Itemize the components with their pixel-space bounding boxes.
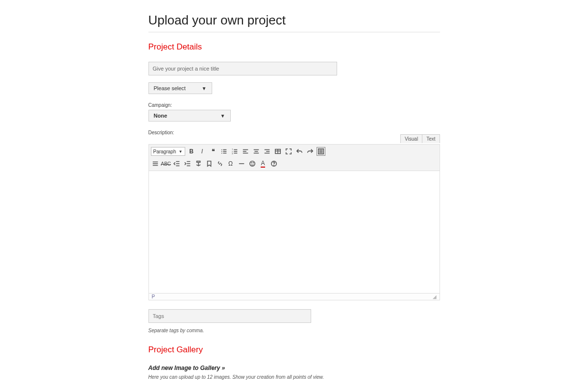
tags-input[interactable]	[148, 309, 311, 323]
svg-point-44	[273, 165, 274, 166]
project-title-input[interactable]	[148, 62, 337, 75]
anchor-icon[interactable]	[194, 159, 203, 168]
bulleted-list-icon[interactable]	[220, 147, 228, 156]
outdent-icon[interactable]	[172, 159, 181, 168]
caret-down-icon: ▼	[179, 149, 183, 154]
editor-toolbar: Paragraph ▼ B I ❝ 123 ABC	[148, 144, 440, 171]
align-left-icon[interactable]	[241, 147, 250, 156]
section-gallery-heading: Project Gallery	[148, 345, 440, 355]
section-project-details-heading: Project Details	[148, 42, 440, 52]
redo-icon[interactable]	[306, 147, 315, 156]
svg-text:3: 3	[231, 152, 233, 155]
text-color-icon[interactable]: A	[259, 159, 268, 168]
justify-icon[interactable]	[151, 159, 160, 168]
svg-point-0	[221, 149, 222, 150]
svg-point-2	[221, 151, 222, 152]
bold-icon[interactable]: B	[187, 147, 196, 156]
editor-content-area[interactable]	[148, 171, 440, 294]
gallery-hint: Here you can upload up to 12 images. Sho…	[148, 374, 440, 380]
add-image-link[interactable]: Add new Image to Gallery »	[148, 365, 440, 371]
strikethrough-icon[interactable]: ABC	[162, 159, 171, 168]
undo-icon[interactable]	[295, 147, 304, 156]
caret-down-icon: ▼	[202, 86, 207, 91]
emoji-icon[interactable]	[248, 159, 257, 168]
svg-rect-37	[196, 161, 200, 163]
rich-text-editor: Visual Text Paragraph ▼ B I ❝ 123	[148, 144, 440, 300]
tags-hint: Separate tags by comma.	[148, 328, 440, 333]
category-select-value: Please select	[154, 85, 186, 91]
table-icon[interactable]	[273, 147, 282, 156]
italic-icon[interactable]: I	[198, 147, 207, 156]
help-icon[interactable]	[270, 159, 278, 168]
resize-handle-icon[interactable]: ◢	[433, 294, 437, 300]
format-select[interactable]: Paragraph ▼	[151, 147, 185, 156]
description-label: Description:	[148, 130, 440, 135]
unlink-icon[interactable]	[216, 159, 224, 168]
bookmark-icon[interactable]	[205, 159, 214, 168]
editor-tab-visual[interactable]: Visual	[400, 134, 422, 143]
editor-tab-text[interactable]: Text	[422, 134, 440, 143]
fullscreen-icon[interactable]	[284, 147, 293, 156]
svg-point-4	[221, 153, 222, 154]
align-right-icon[interactable]	[263, 147, 271, 156]
omega-icon[interactable]: Ω	[226, 159, 235, 168]
blockquote-icon[interactable]: ❝	[209, 147, 218, 156]
toolbar-toggle-icon[interactable]	[317, 147, 325, 156]
campaign-select[interactable]: None ▼	[148, 110, 231, 122]
numbered-list-icon[interactable]: 123	[230, 147, 239, 156]
page-title: Upload your own project	[148, 13, 440, 32]
horizontal-rule-icon[interactable]	[237, 159, 246, 168]
campaign-select-value: None	[154, 113, 168, 119]
align-center-icon[interactable]	[252, 147, 261, 156]
svg-point-42	[253, 163, 253, 163]
category-select[interactable]: Please select ▼	[148, 82, 212, 94]
editor-status-path: P	[152, 294, 155, 300]
caret-down-icon: ▼	[220, 113, 225, 119]
campaign-label: Campaign:	[148, 102, 440, 108]
indent-icon[interactable]	[183, 159, 192, 168]
format-select-value: Paragraph	[153, 149, 176, 154]
svg-point-41	[251, 163, 251, 163]
